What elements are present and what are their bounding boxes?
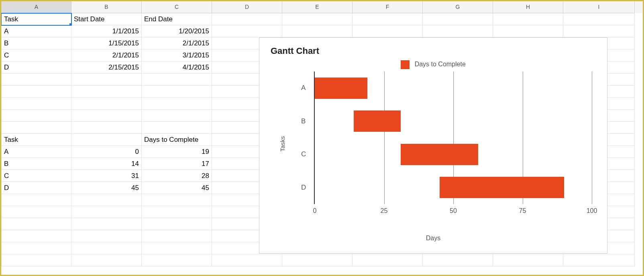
bar-A[interactable] xyxy=(315,78,367,99)
column-header-D[interactable]: D xyxy=(212,1,282,13)
cell-D1[interactable] xyxy=(212,13,282,25)
cell-C7[interactable] xyxy=(142,86,212,98)
x-tick-label: 25 xyxy=(381,207,388,215)
cell-B12[interactable]: 0 xyxy=(71,146,142,158)
cell-C5[interactable]: 4/1/2015 xyxy=(142,61,212,74)
cell-A18[interactable] xyxy=(1,218,71,230)
cell-C14[interactable]: 28 xyxy=(142,170,212,182)
cell-E1[interactable] xyxy=(282,13,353,25)
cell-C10[interactable] xyxy=(142,122,212,134)
cell-B6[interactable] xyxy=(71,74,142,86)
cell-A13[interactable]: B xyxy=(1,158,71,170)
column-header-H[interactable]: H xyxy=(493,1,563,13)
cell-A6[interactable] xyxy=(1,74,71,86)
row xyxy=(1,254,643,266)
cell-H1[interactable] xyxy=(493,13,563,25)
cell-B1[interactable]: Start Date xyxy=(71,13,142,25)
cell-B14[interactable]: 31 xyxy=(71,170,142,182)
cell-B20[interactable] xyxy=(71,242,142,254)
column-header-C[interactable]: C xyxy=(142,1,212,13)
cell-D2[interactable] xyxy=(212,25,282,37)
cell-A14[interactable]: C xyxy=(1,170,71,182)
cell-C15[interactable]: 45 xyxy=(142,182,212,194)
cell-C1[interactable]: End Date xyxy=(142,13,212,25)
cell-D21[interactable] xyxy=(212,254,282,266)
cell-G2[interactable] xyxy=(423,25,493,37)
cell-H21[interactable] xyxy=(493,254,563,266)
cell-C11[interactable]: Days to Complete xyxy=(142,134,212,146)
cell-A21[interactable] xyxy=(1,254,71,266)
cell-F1[interactable] xyxy=(353,13,423,25)
x-tick-label: 100 xyxy=(587,207,597,215)
cell-F21[interactable] xyxy=(353,254,423,266)
cell-B18[interactable] xyxy=(71,218,142,230)
cell-H2[interactable] xyxy=(493,25,563,37)
bar-B[interactable] xyxy=(354,110,401,132)
cell-G21[interactable] xyxy=(423,254,493,266)
cell-C21[interactable] xyxy=(142,254,212,266)
cell-A5[interactable]: D xyxy=(1,61,71,74)
cell-C8[interactable] xyxy=(142,98,212,110)
column-header-B[interactable]: B xyxy=(71,1,142,13)
cell-A10[interactable] xyxy=(1,122,71,134)
cell-C4[interactable]: 3/1/2015 xyxy=(142,49,212,61)
cell-C19[interactable] xyxy=(142,230,212,242)
cell-B19[interactable] xyxy=(71,230,142,242)
cell-C17[interactable] xyxy=(142,206,212,218)
cell-E21[interactable] xyxy=(282,254,353,266)
cell-A4[interactable]: C xyxy=(1,49,71,61)
category-label: B xyxy=(301,117,306,125)
bar-D[interactable] xyxy=(440,177,565,198)
cell-A11[interactable]: Task xyxy=(1,134,71,146)
cell-G1[interactable] xyxy=(423,13,493,25)
cell-B15[interactable]: 45 xyxy=(71,182,142,194)
bar-C[interactable] xyxy=(401,144,478,165)
column-header-G[interactable]: G xyxy=(423,1,493,13)
cell-C16[interactable] xyxy=(142,194,212,206)
cell-B7[interactable] xyxy=(71,86,142,98)
cell-A2[interactable]: A xyxy=(1,25,71,37)
column-header-A[interactable]: A xyxy=(1,1,71,13)
cell-C13[interactable]: 17 xyxy=(142,158,212,170)
cell-A19[interactable] xyxy=(1,230,71,242)
cell-B17[interactable] xyxy=(71,206,142,218)
cell-B9[interactable] xyxy=(71,110,142,122)
cell-B3[interactable]: 1/15/2015 xyxy=(71,37,142,49)
gantt-chart[interactable]: Gantt Chart Days to Complete Tasks 02550… xyxy=(259,37,607,254)
cell-A8[interactable] xyxy=(1,98,71,110)
cell-A16[interactable] xyxy=(1,194,71,206)
cell-C20[interactable] xyxy=(142,242,212,254)
cell-B21[interactable] xyxy=(71,254,142,266)
cell-I2[interactable] xyxy=(563,25,635,37)
cell-C12[interactable]: 19 xyxy=(142,146,212,158)
cell-B5[interactable]: 2/15/2015 xyxy=(71,61,142,74)
column-header-E[interactable]: E xyxy=(282,1,353,13)
column-header-I[interactable]: I xyxy=(563,1,635,13)
cell-I1[interactable] xyxy=(563,13,635,25)
row: TaskStart DateEnd Date xyxy=(1,13,643,25)
cell-B8[interactable] xyxy=(71,98,142,110)
column-header-F[interactable]: F xyxy=(353,1,423,13)
cell-C2[interactable]: 1/20/2015 xyxy=(142,25,212,37)
cell-B16[interactable] xyxy=(71,194,142,206)
cell-C9[interactable] xyxy=(142,110,212,122)
cell-A1[interactable]: Task xyxy=(1,13,71,25)
cell-B11[interactable] xyxy=(71,134,142,146)
cell-B4[interactable]: 2/1/2015 xyxy=(71,49,142,61)
cell-B13[interactable]: 14 xyxy=(71,158,142,170)
cell-B10[interactable] xyxy=(71,122,142,134)
cell-C6[interactable] xyxy=(142,74,212,86)
cell-F2[interactable] xyxy=(353,25,423,37)
cell-C3[interactable]: 2/1/2015 xyxy=(142,37,212,49)
cell-A20[interactable] xyxy=(1,242,71,254)
cell-E2[interactable] xyxy=(282,25,353,37)
cell-A7[interactable] xyxy=(1,86,71,98)
cell-A3[interactable]: B xyxy=(1,37,71,49)
cell-I21[interactable] xyxy=(563,254,635,266)
cell-C18[interactable] xyxy=(142,218,212,230)
cell-A15[interactable]: D xyxy=(1,182,71,194)
cell-A17[interactable] xyxy=(1,206,71,218)
cell-A12[interactable]: A xyxy=(1,146,71,158)
cell-A9[interactable] xyxy=(1,110,71,122)
cell-B2[interactable]: 1/1/2015 xyxy=(71,25,142,37)
